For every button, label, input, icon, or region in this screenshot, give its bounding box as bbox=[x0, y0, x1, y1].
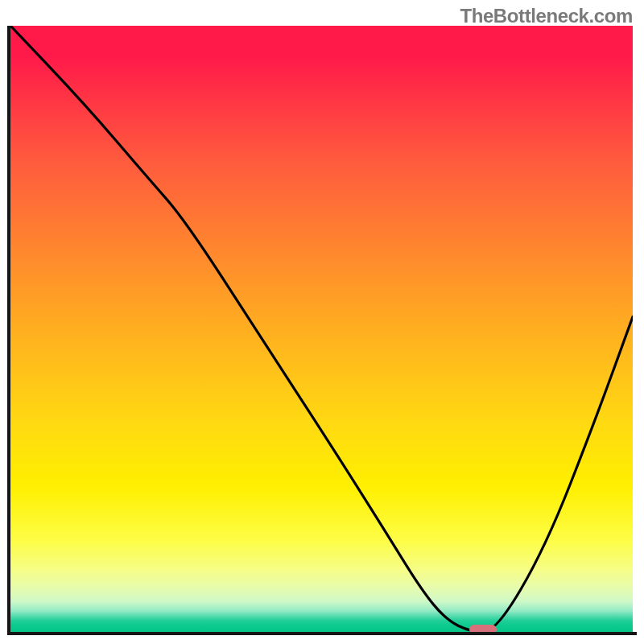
curve-svg bbox=[10, 26, 633, 632]
x-axis-line bbox=[7, 632, 637, 635]
plot-area bbox=[10, 26, 633, 632]
curve-path bbox=[10, 26, 633, 632]
optimal-marker bbox=[469, 625, 497, 632]
bottleneck-chart: TheBottleneck.com bbox=[0, 0, 644, 644]
watermark-text: TheBottleneck.com bbox=[460, 5, 633, 27]
y-axis-line bbox=[7, 26, 10, 635]
